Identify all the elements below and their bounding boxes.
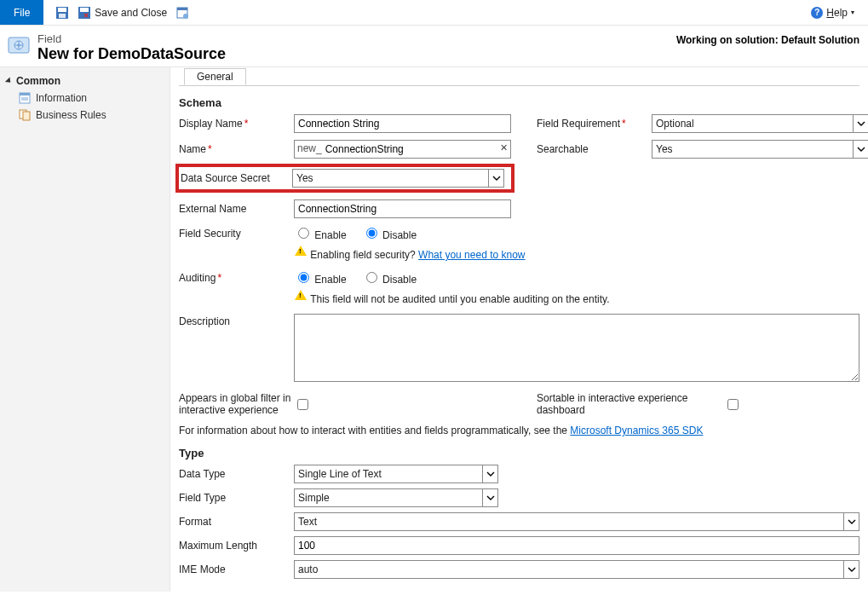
rules-icon xyxy=(19,109,31,121)
form-icon xyxy=(175,6,189,20)
external-name-input[interactable] xyxy=(294,199,511,218)
svg-rect-18 xyxy=(23,112,30,120)
searchable-value: Yes xyxy=(656,143,673,155)
description-textarea[interactable] xyxy=(294,314,859,382)
help-button[interactable]: ? Help ▾ xyxy=(811,0,868,25)
sidebar-label-information: Information xyxy=(36,92,87,104)
sidebar: Common Information Business Rules xyxy=(0,67,170,592)
section-schema: Schema xyxy=(179,96,859,109)
display-name-input[interactable] xyxy=(294,114,511,133)
field-security-link[interactable]: What you need to know xyxy=(418,249,525,261)
global-filter-checkbox[interactable] xyxy=(297,399,308,410)
svg-rect-2 xyxy=(59,14,66,18)
header-text: Field New for DemoDataSource xyxy=(37,32,226,63)
format-label: Format xyxy=(179,516,294,528)
sdk-link[interactable]: Microsoft Dynamics 365 SDK xyxy=(570,425,703,436)
chevron-down-icon xyxy=(482,489,497,506)
sortable-label: Sortable in interactive experience dashb… xyxy=(537,392,724,416)
page-title: New for DemoDataSource xyxy=(37,45,226,63)
caret-down-icon: ▾ xyxy=(851,9,854,16)
name-input[interactable] xyxy=(325,141,510,158)
save-button[interactable] xyxy=(55,6,69,20)
solution-label: Working on solution: Default Solution xyxy=(676,32,859,46)
max-length-label: Maximum Length xyxy=(179,540,294,552)
sdk-info: For information about how to interact wi… xyxy=(179,425,859,436)
warning-icon: ! xyxy=(294,245,308,258)
sortable-checkbox[interactable] xyxy=(727,399,739,410)
field-requirement-select[interactable]: Optional xyxy=(652,114,868,133)
clear-icon[interactable]: ✕ xyxy=(500,142,508,153)
toolbar-buttons: Save and Close xyxy=(43,0,189,25)
auditing-enable[interactable]: Enable xyxy=(294,269,347,286)
help-icon: ? xyxy=(811,7,823,19)
name-prefix: new_ xyxy=(295,141,325,158)
expand-icon xyxy=(5,77,13,84)
display-name-label: Display Name xyxy=(179,118,294,130)
ime-mode-value: auto xyxy=(298,563,318,575)
field-type-value: Simple xyxy=(298,492,330,504)
field-type-label: Field Type xyxy=(179,492,294,504)
field-type-select[interactable]: Simple xyxy=(294,488,498,507)
tab-strip: General xyxy=(179,67,859,86)
save-and-close-button[interactable]: Save and Close xyxy=(78,6,167,20)
svg-rect-1 xyxy=(58,8,66,12)
sidebar-node-common[interactable]: Common xyxy=(7,72,163,90)
help-label: Help xyxy=(826,7,848,19)
name-input-wrap: new_ ✕ xyxy=(294,140,511,159)
page-header: Field New for DemoDataSource Working on … xyxy=(0,26,868,67)
ime-mode-select[interactable]: auto xyxy=(294,560,859,579)
field-security-radio-group: Enable Disable xyxy=(294,225,511,241)
save-icon xyxy=(55,6,69,20)
sidebar-item-business-rules[interactable]: Business Rules xyxy=(7,107,163,124)
searchable-select[interactable]: Yes xyxy=(652,140,868,159)
tab-general[interactable]: General xyxy=(184,68,246,85)
chevron-down-icon xyxy=(843,561,859,578)
auditing-warning: ! This field will not be audited until y… xyxy=(294,289,859,305)
chevron-down-icon xyxy=(488,170,503,187)
field-requirement-label: Field Requirement xyxy=(537,118,652,130)
description-label: Description xyxy=(179,314,294,327)
searchable-label: Searchable xyxy=(537,143,652,155)
field-requirement-value: Optional xyxy=(656,118,694,130)
data-source-secret-select[interactable]: Yes xyxy=(292,169,504,188)
svg-rect-6 xyxy=(177,8,187,10)
max-length-input[interactable] xyxy=(294,536,859,555)
toolbar: File Save and Close ? Help ▾ xyxy=(0,0,868,26)
field-security-disable[interactable]: Disable xyxy=(362,225,417,241)
auditing-disable[interactable]: Disable xyxy=(362,269,417,286)
save-close-label: Save and Close xyxy=(95,7,167,19)
field-security-label: Field Security xyxy=(179,228,294,240)
sdk-info-pre: For information about how to interact wi… xyxy=(179,425,570,436)
save-close-icon xyxy=(78,6,91,20)
sidebar-label-business-rules: Business Rules xyxy=(36,109,106,121)
data-source-secret-value: Yes xyxy=(296,172,313,184)
header-sup: Field xyxy=(37,32,226,45)
toolbar-extra-button[interactable] xyxy=(175,6,189,20)
data-type-value: Single Line of Text xyxy=(298,468,382,480)
auditing-warn-text: This field will not be audited until you… xyxy=(310,293,609,305)
data-type-label: Data Type xyxy=(179,468,294,480)
section-type: Type xyxy=(179,447,859,459)
svg-rect-4 xyxy=(80,8,89,12)
format-value: Text xyxy=(298,516,317,528)
field-security-warning: ! Enabling field security? What you need… xyxy=(294,245,859,261)
chevron-down-icon xyxy=(853,141,868,158)
format-select[interactable]: Text xyxy=(294,512,859,531)
auditing-label: Auditing xyxy=(179,272,294,284)
content: General Schema Display Name Field Requir… xyxy=(170,67,868,592)
name-label: Name xyxy=(179,143,294,155)
chevron-down-icon xyxy=(482,465,497,483)
ime-mode-label: IME Mode xyxy=(179,563,294,575)
chevron-down-icon xyxy=(853,115,868,132)
sidebar-item-information[interactable]: Information xyxy=(7,90,163,107)
entity-icon xyxy=(5,32,32,60)
svg-rect-14 xyxy=(20,93,30,95)
data-type-select[interactable]: Single Line of Text xyxy=(294,465,498,483)
main: Common Information Business Rules Genera… xyxy=(0,67,868,592)
external-name-label: External Name xyxy=(179,203,294,215)
data-source-secret-label: Data Source Secret xyxy=(181,172,292,184)
file-menu-button[interactable]: File xyxy=(0,0,43,25)
svg-point-7 xyxy=(183,14,188,19)
auditing-radio-group: Enable Disable xyxy=(294,269,511,286)
field-security-enable[interactable]: Enable xyxy=(294,225,347,241)
